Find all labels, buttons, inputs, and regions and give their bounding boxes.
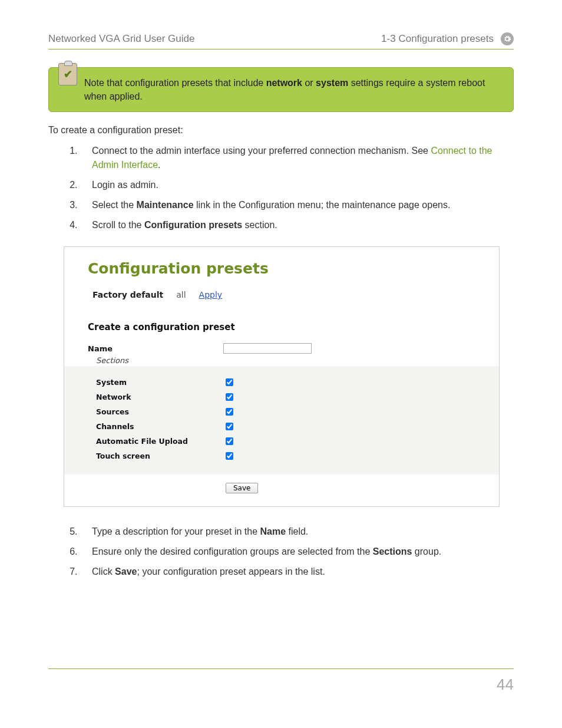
step-5-bold: Name	[260, 526, 286, 536]
page-header: Networked VGA Grid User Guide 1-3 Config…	[48, 32, 514, 50]
section-touch-label: Touch screen	[88, 452, 223, 460]
note-bold-network: network	[266, 78, 302, 88]
step-7: Click Save; your configuration preset ap…	[80, 565, 514, 579]
section-sources-checkbox[interactable]	[226, 408, 233, 416]
section-network-label: Network	[88, 393, 223, 401]
step-4-bold: Configuration presets	[144, 220, 242, 230]
section-touch-row: Touch screen	[88, 450, 499, 462]
section-sources-row: Sources	[88, 406, 499, 417]
section-channels-label: Channels	[88, 422, 223, 431]
header-right: 1-3 Configuration presets	[381, 32, 514, 45]
create-preset-title: Create a configuration preset	[88, 322, 499, 332]
step-4-text: Scroll to the	[92, 220, 144, 230]
step-5-text: Type a description for your preset in th…	[92, 526, 260, 536]
header-left: Networked VGA Grid User Guide	[48, 33, 194, 45]
step-1: Connect to the admin interface using you…	[80, 144, 514, 172]
step-2: Login as admin.	[80, 178, 514, 192]
page-number: 44	[497, 676, 514, 694]
step-7-text: Click	[92, 566, 115, 577]
section-channels-checkbox[interactable]	[226, 423, 233, 430]
save-button[interactable]: Save	[226, 483, 258, 493]
section-afu-row: Automatic File Upload	[88, 436, 499, 447]
name-input[interactable]	[223, 343, 312, 354]
apply-link[interactable]: Apply	[199, 290, 223, 299]
gear-icon	[501, 32, 514, 45]
note-bold-system: system	[316, 78, 348, 88]
note-box: ✔ Note that configuration presets that i…	[48, 67, 514, 112]
step-3-suffix: link in the Configuration menu; the main…	[194, 200, 451, 210]
preset-row: Factory default all Apply	[92, 290, 499, 299]
step-6-bold: Sections	[373, 546, 412, 556]
clipboard-check-icon: ✔	[58, 63, 77, 85]
step-7-bold: Save	[115, 566, 137, 577]
steps-list: Connect to the admin interface using you…	[48, 144, 514, 232]
section-touch-checkbox[interactable]	[226, 452, 233, 460]
panel-title: Configuration presets	[88, 260, 499, 277]
name-row: Name	[88, 343, 499, 354]
step-3: Select the Maintenance link in the Confi…	[80, 198, 514, 212]
step-5-suffix: field.	[286, 526, 308, 536]
section-system-row: System	[88, 377, 499, 388]
section-system-label: System	[88, 378, 223, 387]
factory-default-label: Factory default	[92, 290, 163, 299]
step-5: Type a description for your preset in th…	[80, 525, 514, 539]
config-presets-panel: Configuration presets Factory default al…	[64, 246, 500, 507]
sections-header: Sections	[88, 355, 499, 366]
intro-text: To create a configuration preset:	[48, 125, 514, 136]
all-label: all	[176, 290, 186, 299]
step-3-bold: Maintenance	[137, 200, 194, 210]
section-afu-label: Automatic File Upload	[88, 437, 223, 446]
section-network-row: Network	[88, 391, 499, 403]
step-6-text: Ensure only the desired configuration gr…	[92, 546, 373, 556]
step-4-suffix: section.	[242, 220, 277, 230]
header-section: 1-3 Configuration presets	[381, 33, 494, 45]
sections-block: System Network Sources Channels Automati…	[64, 366, 499, 475]
step-6-suffix: group.	[412, 546, 441, 556]
note-text-2: or	[302, 78, 316, 88]
step-1-suffix: .	[158, 160, 160, 170]
footer-divider	[48, 668, 514, 669]
name-label: Name	[88, 344, 223, 353]
step-4: Scroll to the Configuration presets sect…	[80, 218, 514, 232]
section-channels-row: Channels	[88, 421, 499, 432]
section-system-checkbox[interactable]	[226, 378, 233, 386]
steps-list-2: Type a description for your preset in th…	[48, 525, 514, 579]
step-7-suffix: ; your configuration preset appears in t…	[137, 566, 325, 577]
note-text-1: Note that configuration presets that inc…	[84, 78, 266, 88]
section-network-checkbox[interactable]	[226, 393, 233, 401]
section-afu-checkbox[interactable]	[226, 437, 233, 445]
section-sources-label: Sources	[88, 407, 223, 416]
step-6: Ensure only the desired configuration gr…	[80, 545, 514, 559]
step-1-text: Connect to the admin interface using you…	[92, 146, 431, 156]
step-3-text: Select the	[92, 200, 137, 210]
